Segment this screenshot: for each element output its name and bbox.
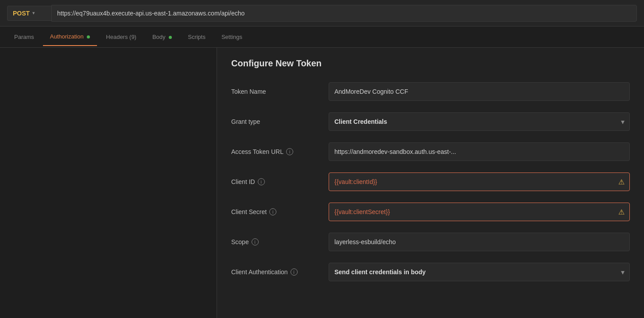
tab-settings[interactable]: Settings xyxy=(214,28,249,46)
authorization-dot xyxy=(87,35,90,38)
token-name-label: Token Name xyxy=(231,88,329,95)
grant-type-row: Grant type Client Credentials ▾ xyxy=(231,111,630,132)
configure-title: Configure New Token xyxy=(231,58,630,69)
method-chevron-icon: ▾ xyxy=(32,10,35,16)
client-auth-row: Client Authentication i Send client cred… xyxy=(231,261,630,283)
left-panel xyxy=(0,48,217,318)
access-token-url-info-icon[interactable]: i xyxy=(286,148,293,155)
grant-type-label: Grant type xyxy=(231,118,329,125)
grant-type-select[interactable]: Client Credentials xyxy=(329,112,630,131)
client-secret-row: Client Secret i ⚠ xyxy=(231,201,630,222)
scope-input[interactable] xyxy=(329,233,630,251)
access-token-url-row: Access Token URL i xyxy=(231,141,630,162)
method-selector[interactable]: POST ▾ xyxy=(7,6,51,21)
tab-scripts[interactable]: Scripts xyxy=(181,28,213,46)
tabs-bar: Params Authorization Headers (9) Body Sc… xyxy=(0,27,644,48)
scope-row: Scope i xyxy=(231,231,630,253)
tab-body[interactable]: Body xyxy=(145,28,179,46)
scope-label: Scope i xyxy=(231,238,329,245)
client-secret-input[interactable] xyxy=(329,203,630,221)
right-panel: Configure New Token Token Name Grant typ… xyxy=(217,48,644,318)
url-input[interactable] xyxy=(51,5,637,22)
tab-headers[interactable]: Headers (9) xyxy=(99,28,144,46)
tab-authorization[interactable]: Authorization xyxy=(43,28,97,46)
grant-type-chevron-icon: ▾ xyxy=(621,118,625,126)
client-secret-info-icon[interactable]: i xyxy=(269,208,276,215)
tab-params[interactable]: Params xyxy=(7,28,41,46)
client-id-label: Client ID i xyxy=(231,178,329,185)
access-token-url-label: Access Token URL i xyxy=(231,148,329,155)
client-id-row: Client ID i ⚠ xyxy=(231,171,630,192)
client-secret-warning-icon: ⚠ xyxy=(618,208,625,216)
main-content: Configure New Token Token Name Grant typ… xyxy=(0,48,644,318)
client-auth-select-wrapper: Send client credentials in body ▾ xyxy=(329,263,630,281)
token-name-input[interactable] xyxy=(329,82,630,101)
client-auth-info-icon[interactable]: i xyxy=(291,268,298,276)
client-id-info-icon[interactable]: i xyxy=(258,178,265,185)
grant-type-select-wrapper: Client Credentials ▾ xyxy=(329,112,630,131)
client-secret-input-wrapper: ⚠ xyxy=(329,203,630,221)
token-name-row: Token Name xyxy=(231,81,630,102)
url-bar: POST ▾ xyxy=(0,0,644,27)
client-auth-chevron-icon: ▾ xyxy=(621,268,625,276)
body-dot xyxy=(169,36,172,39)
client-secret-label: Client Secret i xyxy=(231,208,329,215)
client-auth-label: Client Authentication i xyxy=(231,268,329,276)
access-token-url-input[interactable] xyxy=(329,142,630,161)
client-id-warning-icon: ⚠ xyxy=(618,178,625,186)
client-id-input[interactable] xyxy=(329,172,630,191)
scope-info-icon[interactable]: i xyxy=(252,238,259,245)
client-auth-select[interactable]: Send client credentials in body xyxy=(329,263,630,281)
method-label: POST xyxy=(13,10,30,17)
client-id-input-wrapper: ⚠ xyxy=(329,172,630,191)
